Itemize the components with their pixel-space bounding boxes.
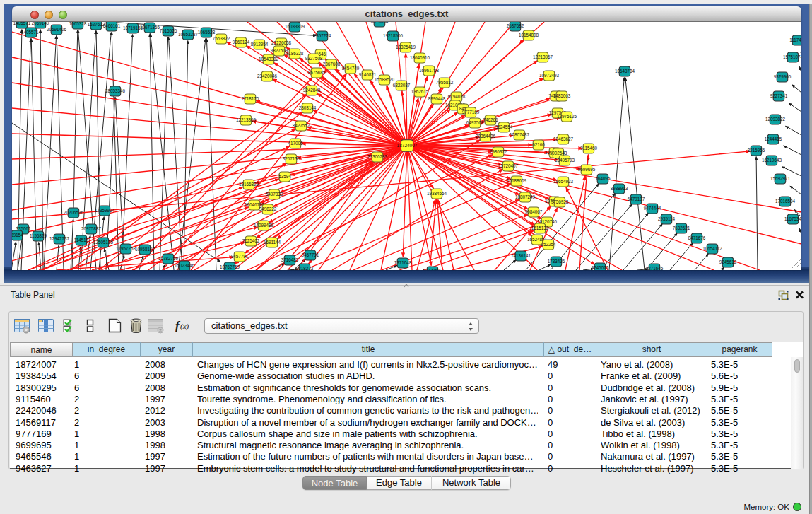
svg-text:3716485: 3716485	[281, 257, 299, 262]
svg-text:23420046: 23420046	[257, 74, 278, 78]
svg-text:10648784: 10648784	[615, 69, 635, 74]
svg-text:2718170: 2718170	[242, 96, 259, 101]
svg-text:23226058: 23226058	[271, 40, 292, 45]
svg-text:9329966: 9329966	[774, 74, 792, 79]
svg-text:15720407: 15720407	[498, 163, 519, 168]
svg-text:8675685: 8675685	[308, 70, 326, 75]
svg-text:5497833: 5497833	[266, 192, 283, 197]
svg-text:10958107: 10958107	[135, 247, 155, 252]
svg-text:20691406: 20691406	[47, 27, 67, 32]
svg-text:6466161: 6466161	[103, 23, 121, 28]
svg-text:252254: 252254	[541, 242, 556, 247]
svg-text:1117495: 1117495	[789, 37, 801, 42]
svg-text:3498222: 3498222	[259, 206, 277, 211]
svg-text:1691144: 1691144	[264, 240, 281, 245]
svg-text:6497568: 6497568	[466, 120, 484, 125]
svg-text:9318273: 9318273	[296, 266, 314, 270]
svg-text:9860124: 9860124	[233, 40, 250, 45]
svg-text:8427552: 8427552	[293, 123, 310, 128]
svg-text:8813054: 8813054	[371, 22, 389, 24]
svg-text:7625402: 7625402	[242, 238, 260, 243]
svg-text:9242848: 9242848	[303, 88, 321, 93]
svg-text:2367608: 2367608	[323, 62, 341, 66]
svg-text:7955812: 7955812	[436, 80, 454, 85]
svg-text:2935114: 2935114	[658, 216, 676, 221]
svg-text:19384554: 19384554	[427, 191, 447, 196]
svg-text:10973493: 10973493	[539, 73, 560, 78]
svg-text:1733426: 1733426	[548, 259, 565, 264]
svg-text:9245612: 9245612	[719, 259, 737, 264]
svg-text:20364436: 20364436	[476, 134, 496, 139]
svg-text:18463627: 18463627	[553, 136, 574, 141]
svg-text:14099489: 14099489	[254, 223, 274, 228]
svg-text:17359924: 17359924	[95, 208, 115, 213]
svg-text:10671355: 10671355	[140, 25, 160, 30]
svg-text:8990448: 8990448	[428, 96, 446, 101]
svg-text:1065328: 1065328	[69, 22, 87, 26]
svg-text:8215955: 8215955	[748, 148, 765, 153]
svg-text:9457791: 9457791	[231, 254, 249, 259]
svg-text:20975887: 20975887	[81, 226, 102, 231]
svg-text:19166829: 19166829	[239, 182, 259, 187]
svg-text:10807487: 10807487	[510, 132, 530, 137]
svg-text:16033809: 16033809	[285, 24, 305, 29]
svg-text:18640910: 18640910	[410, 55, 430, 60]
svg-text:17016504: 17016504	[775, 199, 796, 204]
svg-text:14136141: 14136141	[511, 253, 531, 258]
svg-text:9474444: 9474444	[644, 206, 661, 211]
svg-text:1002543: 1002543	[550, 151, 567, 156]
svg-text:1362615: 1362615	[411, 89, 429, 94]
svg-text:9327508: 9327508	[305, 56, 323, 61]
svg-text:15588520: 15588520	[375, 77, 395, 82]
svg-text:6322037: 6322037	[393, 83, 411, 88]
svg-text:10154808: 10154808	[519, 33, 539, 37]
svg-text:8471676: 8471676	[688, 235, 706, 240]
svg-text:6794028: 6794028	[448, 94, 466, 99]
svg-text:7563822: 7563822	[213, 36, 230, 41]
svg-text:10654112: 10654112	[702, 246, 722, 251]
svg-text:20206536: 20206536	[64, 210, 84, 215]
svg-text:8912954: 8912954	[251, 42, 269, 47]
svg-text:18495793: 18495793	[555, 158, 575, 163]
svg-text:9084067: 9084067	[525, 209, 543, 214]
svg-text:6479197: 6479197	[628, 197, 645, 201]
svg-text:1615132: 1615132	[531, 226, 549, 230]
svg-text:18724007: 18724007	[397, 143, 418, 148]
svg-text:18807249: 18807249	[515, 194, 536, 199]
svg-text:1167534: 1167534	[784, 216, 801, 221]
svg-text:1371648: 1371648	[394, 260, 412, 265]
svg-text:7986372: 7986372	[490, 149, 507, 154]
svg-text:7632621: 7632621	[673, 226, 690, 230]
svg-text:28053346: 28053346	[105, 88, 126, 93]
svg-text:12975125: 12975125	[557, 114, 577, 119]
svg-text:7357224: 7357224	[314, 33, 331, 38]
svg-text:16210643: 16210643	[762, 158, 782, 163]
svg-text:8186328: 8186328	[286, 51, 304, 56]
svg-text:12505135: 12505135	[93, 240, 114, 245]
svg-text:2803144: 2803144	[299, 105, 317, 110]
svg-text:8938913: 8938913	[611, 186, 628, 191]
svg-text:13325419: 13325419	[396, 45, 416, 49]
svg-text:19654923: 19654923	[553, 179, 574, 184]
svg-text:17957253: 17957253	[116, 246, 136, 251]
svg-text:10653287: 10653287	[178, 32, 199, 37]
svg-text:1156829: 1156829	[30, 233, 47, 238]
svg-text:3624554: 3624554	[495, 124, 513, 129]
svg-text:7515526: 7515526	[160, 28, 177, 33]
svg-text:1065528: 1065528	[198, 30, 216, 35]
svg-text:114519: 114519	[74, 238, 89, 243]
svg-text:164095: 164095	[595, 176, 611, 181]
svg-text:12093822: 12093822	[765, 117, 786, 122]
svg-text:9457791: 9457791	[302, 252, 319, 257]
svg-text:417006: 417006	[288, 141, 303, 146]
svg-text:9245072: 9245072	[592, 265, 609, 270]
svg-text:746266: 746266	[483, 117, 498, 122]
svg-text:12213967: 12213967	[533, 54, 553, 59]
svg-text:8271645: 8271645	[646, 266, 664, 270]
svg-text:62160: 62160	[532, 142, 545, 147]
svg-text:15751074: 15751074	[783, 54, 801, 59]
svg-text:15023446: 15023446	[175, 263, 195, 268]
svg-text:14055714: 14055714	[21, 30, 42, 35]
svg-text:39154: 39154	[12, 233, 23, 238]
svg-text:1910751: 1910751	[424, 269, 442, 270]
